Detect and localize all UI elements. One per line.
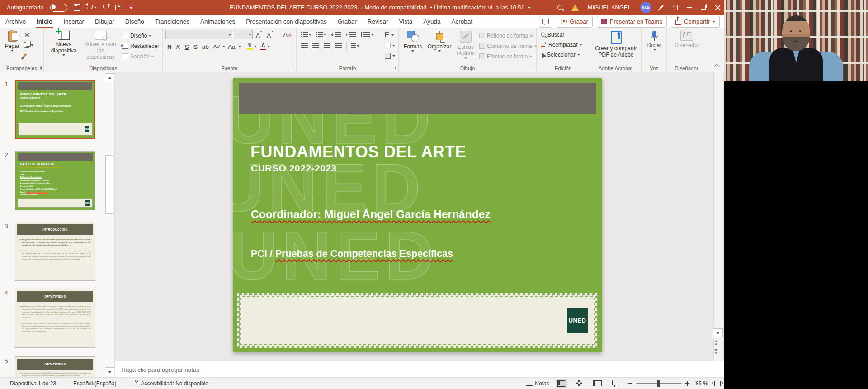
thumbnails-scroll-down-button[interactable]	[105, 367, 115, 376]
dialog-launcher-icon[interactable]	[531, 66, 534, 70]
avatar[interactable]: MA	[640, 2, 651, 13]
shape-fill-button[interactable]: Relleno de forma	[478, 31, 538, 40]
normal-view-button[interactable]	[556, 379, 567, 388]
find-button[interactable]: Buscar	[539, 30, 588, 39]
pen-icon[interactable]	[659, 5, 664, 10]
notes-toggle-button[interactable]: Notas	[526, 380, 549, 387]
minimize-button[interactable]	[687, 7, 692, 8]
tab-grabar[interactable]: Grabar	[332, 15, 362, 28]
slideshow-view-button[interactable]	[610, 379, 622, 388]
reading-view-button[interactable]	[592, 379, 604, 388]
zoom-level[interactable]: 85 %	[696, 380, 708, 387]
highlight-dropdown-icon[interactable]	[254, 46, 257, 47]
close-button[interactable]	[715, 5, 721, 10]
font-color-dropdown-icon[interactable]	[267, 46, 270, 47]
dictate-button[interactable]: Dictar	[645, 30, 664, 64]
tab-vista[interactable]: Vista	[394, 15, 418, 28]
highlight-color-button[interactable]	[247, 43, 253, 50]
replace-button[interactable]: Reemplazar	[539, 40, 588, 49]
smartart-button[interactable]	[383, 51, 396, 61]
next-slide-button[interactable]	[714, 349, 718, 354]
increase-indent-button[interactable]	[344, 30, 358, 39]
line-spacing-button[interactable]	[359, 30, 376, 39]
tab-transiciones[interactable]: Transiciones	[150, 15, 195, 28]
strikethrough-button[interactable]: ab	[200, 43, 211, 50]
align-right-button[interactable]	[322, 41, 332, 51]
select-button[interactable]: Seleccionar	[539, 50, 588, 59]
font-size-select[interactable]	[234, 30, 253, 39]
thumbnail-slide-2[interactable]: DATOS DE CONTACTO Coordinador: Miguel Án…	[15, 151, 95, 210]
save-icon[interactable]	[74, 4, 80, 11]
redo-icon[interactable]	[103, 5, 109, 9]
case-dropdown-icon[interactable]	[238, 46, 241, 47]
slide-coordinator-text[interactable]: Coordinador: Miguel Ángel García Hernánd…	[251, 208, 491, 221]
webcam-overlay[interactable]	[724, 0, 868, 90]
fit-slide-to-window-button[interactable]	[714, 381, 721, 386]
tab-dibujar[interactable]: Dibujar	[90, 15, 120, 28]
start-presentation-icon[interactable]	[115, 5, 123, 10]
decrease-indent-button[interactable]	[329, 30, 343, 39]
restore-button[interactable]	[701, 5, 706, 10]
account-name[interactable]: MIGUEL ANGEL	[588, 4, 631, 11]
zoom-slider-thumb[interactable]	[657, 380, 660, 387]
shape-effects-button[interactable]: Efectos de forma	[478, 52, 538, 61]
warning-icon[interactable]	[571, 5, 579, 11]
change-case-button[interactable]: Aa	[226, 43, 237, 50]
tab-inicio[interactable]: Inicio	[31, 15, 58, 28]
record-button[interactable]: Grabar	[557, 16, 592, 28]
thumbnail-slide-1[interactable]: FUNDAMENTOS DEL ARTE CURSO 2022-2023 Coo…	[15, 80, 95, 139]
new-slide-button[interactable]: Nueva diapositiva	[47, 30, 81, 64]
zoom-out-button[interactable]	[628, 383, 632, 384]
shape-outline-button[interactable]: Contorno de forma	[478, 41, 538, 51]
align-left-button[interactable]	[299, 41, 310, 51]
thumbnail-slide-3[interactable]: INTRODUCCIÓN Esta guía didáctica ha sido…	[15, 222, 95, 281]
underline-button[interactable]: S	[183, 43, 191, 50]
title-chevron-icon[interactable]	[528, 7, 531, 9]
align-text-button[interactable]	[383, 41, 396, 50]
slide-sorter-view-button[interactable]	[574, 379, 585, 388]
dialog-launcher-icon[interactable]	[38, 66, 42, 70]
ribbon-options-icon[interactable]	[671, 5, 678, 10]
undo-button[interactable]	[87, 5, 97, 9]
thumbnails-scrollbar-thumb[interactable]	[105, 155, 113, 214]
slide-pci-text[interactable]: PCI / Pruebas de Competencias Específica…	[251, 248, 453, 260]
thumbnail-slide-4[interactable]: OPTATIVIDAD Atendiendo a las orientacion…	[15, 289, 95, 348]
font-name-select[interactable]	[165, 30, 232, 39]
notes-pane[interactable]: Haga clic para agregar notas	[115, 361, 724, 378]
section-button[interactable]: Sección	[120, 52, 160, 61]
bold-button[interactable]: N	[165, 43, 174, 50]
thumbnails-scroll-up-button[interactable]	[105, 73, 115, 82]
tab-revisar[interactable]: Revisar	[362, 15, 394, 28]
slide-subtitle[interactable]: CURSO 2022-2023	[251, 163, 337, 174]
language-button[interactable]: Español (España)	[73, 380, 116, 387]
numbering-button[interactable]	[314, 30, 328, 39]
slide-layout-button[interactable]: Diseño	[120, 31, 160, 40]
dialog-launcher-icon[interactable]	[291, 66, 294, 70]
create-pdf-button[interactable]: Crear y compartir PDF de Adobe	[593, 30, 639, 64]
font-color-button[interactable]: A	[260, 43, 266, 50]
editor-scrollbar[interactable]	[713, 72, 723, 361]
columns-button[interactable]	[349, 41, 361, 51]
arrange-button[interactable]: Organizar	[425, 30, 454, 64]
last-modified-label[interactable]: • Última modificación: vi. a las 10:51	[430, 4, 524, 11]
search-icon[interactable]	[557, 5, 562, 10]
italic-button[interactable]: K	[175, 43, 182, 50]
thumbnail-slide-5[interactable]: OPTATIVIDAD Se dota de mayor optatividad…	[15, 356, 95, 377]
character-spacing-button[interactable]: AV	[212, 44, 222, 49]
present-in-teams-button[interactable]: Presentar en Teams	[597, 16, 667, 28]
justify-button[interactable]	[333, 41, 344, 51]
tab-ayuda[interactable]: Ayuda	[418, 15, 446, 28]
tab-diseno[interactable]: Diseño	[120, 15, 150, 28]
paste-button[interactable]: Pegar	[3, 30, 22, 64]
share-button[interactable]: Compartir	[671, 16, 720, 28]
quick-styles-button[interactable]: Estilos rápidos	[454, 30, 476, 64]
tab-acrobat[interactable]: Acrobat	[446, 15, 478, 28]
zoom-in-button[interactable]	[685, 381, 689, 386]
bullets-button[interactable]	[299, 30, 313, 39]
autosave-toggle[interactable]	[50, 4, 67, 12]
scroll-down-button[interactable]	[713, 328, 723, 337]
spacing-dropdown-icon[interactable]	[222, 46, 225, 47]
shrink-font-button[interactable]: A	[265, 31, 274, 39]
comments-button[interactable]	[539, 16, 552, 28]
reset-slide-button[interactable]: Restablecer	[120, 41, 160, 51]
